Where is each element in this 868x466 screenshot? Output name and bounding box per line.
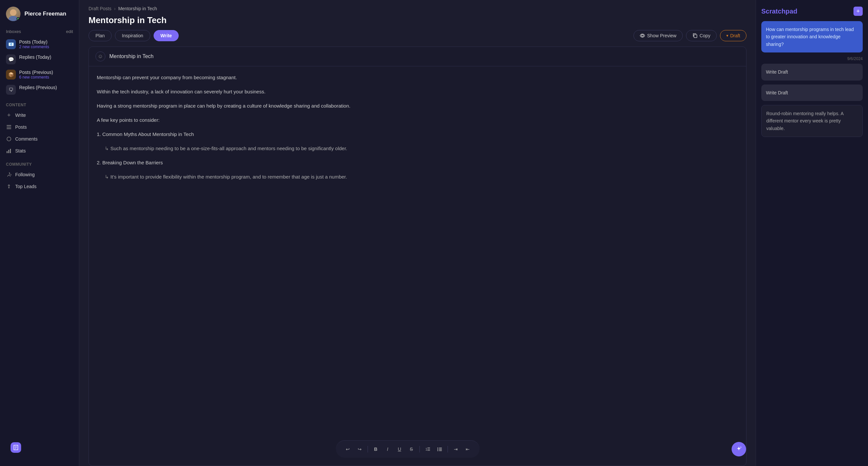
top-leads-icon: [6, 184, 12, 190]
ordered-list-button[interactable]: 1.: [423, 444, 433, 455]
draft-button[interactable]: ▾ Draft: [720, 30, 746, 41]
sidebar-item-following[interactable]: Following: [0, 169, 79, 180]
sidebar-item-replies-today[interactable]: 💬 Replies (Today): [0, 52, 79, 67]
svg-rect-1: [7, 127, 11, 127]
breadcrumb-parent[interactable]: Draft Posts: [89, 6, 111, 11]
sidebar-item-replies-previous[interactable]: 🗨 Replies (Previous): [0, 82, 79, 97]
svg-rect-15: [439, 448, 442, 448]
sidebar-nav-label: Stats: [15, 148, 26, 154]
undo-button[interactable]: ↩: [342, 444, 353, 455]
format-toolbar: ↩ ↪ B I U S 1. ⇥ ⇤: [336, 440, 479, 458]
sidebar-nav-label: Comments: [15, 136, 38, 141]
underline-button[interactable]: U: [394, 444, 405, 455]
scratchpad-note-2[interactable]: Write Draft: [761, 64, 863, 80]
right-panel: Scratchpad + How can mentorship programs…: [756, 0, 868, 466]
emoji-button[interactable]: ☺: [95, 52, 105, 61]
svg-rect-13: [427, 450, 430, 451]
content-section-label: Content: [0, 97, 79, 109]
inbox-badge: 2 new comments: [19, 44, 49, 49]
copy-icon: [692, 33, 698, 38]
breadcrumb-current: Mentorship in Tech: [118, 6, 157, 11]
community-section-label: Community: [0, 157, 79, 169]
sparkle-icon: [736, 446, 742, 453]
sidebar-item-comments[interactable]: Comments: [0, 133, 79, 145]
preview-icon: [640, 33, 645, 38]
inboxes-label: Inboxes: [6, 29, 21, 34]
username: Pierce Freeman: [25, 10, 66, 17]
format-toolbar-container: ↩ ↪ B I U S 1. ⇥ ⇤: [89, 437, 746, 466]
scratchpad-note-3[interactable]: Write Draft: [761, 85, 863, 101]
scratchpad-note-4[interactable]: Round-robin mentoring really helps. A di…: [761, 105, 863, 137]
toolbar-divider: [420, 446, 420, 453]
sidebar-item-stats[interactable]: Stats: [0, 145, 79, 157]
sidebar-item-top-leads[interactable]: Top Leads: [0, 180, 79, 192]
editor-body[interactable]: Mentorship can prevent your company from…: [89, 66, 746, 437]
svg-point-18: [437, 450, 438, 451]
show-preview-button[interactable]: Show Preview: [633, 30, 683, 41]
sidebar-nav-label: Top Leads: [15, 184, 37, 189]
ai-assist-button[interactable]: [732, 442, 746, 457]
inbox-name: Posts (Previous): [19, 70, 53, 75]
inboxes-header: Inboxes edit: [0, 28, 79, 37]
svg-rect-19: [439, 451, 442, 451]
italic-button[interactable]: I: [382, 444, 393, 455]
svg-rect-4: [7, 151, 8, 153]
editor-paragraph: Having a strong mentorship program in pl…: [97, 101, 738, 110]
replies-previous-icon: 🗨: [6, 85, 16, 95]
copy-button[interactable]: Copy: [686, 30, 717, 41]
tab-plan[interactable]: Plan: [89, 30, 112, 41]
sidebar-item-write[interactable]: + Write: [0, 109, 79, 121]
edit-button[interactable]: edit: [66, 29, 73, 34]
inbox-name: Posts (Today): [19, 39, 49, 44]
replies-today-icon: 💬: [6, 55, 16, 64]
sidebar-item-posts[interactable]: Posts: [0, 121, 79, 133]
scratchpad-header: Scratchpad +: [761, 7, 863, 16]
editor-paragraph: Mentorship can prevent your company from…: [97, 73, 738, 82]
editor-heading-1: 1. Common Myths About Mentorship in Tech: [97, 130, 738, 139]
editor-heading-2: 2. Breaking Down the Barriers: [97, 158, 738, 167]
svg-rect-11: [427, 447, 430, 448]
posts-previous-icon: 📦: [6, 70, 16, 79]
sidebar-nav-label: Following: [15, 172, 35, 177]
breadcrumb-chevron: ›: [114, 6, 116, 11]
posts-today-icon: 📧: [6, 39, 16, 49]
indent-button[interactable]: ⇥: [451, 444, 461, 455]
outdent-button[interactable]: ⇤: [462, 444, 473, 455]
comments-icon: [6, 136, 12, 142]
svg-point-8: [642, 35, 643, 37]
editor-container: ☺ Mentorship can prevent your company fr…: [89, 46, 746, 466]
editor-title-input[interactable]: [109, 54, 740, 59]
svg-rect-17: [439, 449, 442, 450]
unordered-list-button[interactable]: [434, 444, 445, 455]
svg-rect-9: [694, 35, 697, 38]
avatar: [6, 7, 21, 21]
user-profile: Pierce Freeman: [0, 7, 79, 28]
scratchpad-note-1[interactable]: How can mentorship programs in tech lead…: [761, 21, 863, 53]
strikethrough-button[interactable]: S: [406, 444, 417, 455]
scratchpad-date: 9/6/2024: [761, 57, 863, 61]
main-editor: Draft Posts › Mentorship in Tech Mentors…: [79, 0, 756, 466]
svg-point-7: [8, 185, 9, 186]
scratchpad-sidebar-button[interactable]: [10, 442, 21, 453]
draft-chevron-icon: ▾: [726, 33, 728, 38]
tab-write[interactable]: Write: [154, 30, 179, 41]
sidebar-item-posts-today[interactable]: 📧 Posts (Today) 2 new comments: [0, 37, 79, 52]
svg-rect-5: [8, 150, 9, 153]
sidebar-nav-label: Posts: [15, 125, 27, 130]
posts-icon: [6, 124, 12, 130]
svg-rect-2: [7, 128, 11, 129]
scratchpad-title: Scratchpad: [761, 8, 797, 15]
bold-button[interactable]: B: [371, 444, 381, 455]
redo-button[interactable]: ↪: [354, 444, 365, 455]
breadcrumb: Draft Posts › Mentorship in Tech: [79, 0, 756, 14]
tab-inspiration[interactable]: Inspiration: [115, 30, 150, 41]
following-icon: [6, 172, 12, 177]
inbox-name: Replies (Previous): [19, 85, 57, 90]
inbox-badge: 6 new comments: [19, 75, 53, 79]
editor-paragraph: A few key points to consider:: [97, 115, 738, 125]
svg-rect-12: [427, 449, 430, 450]
scratchpad-add-button[interactable]: +: [854, 7, 863, 16]
sidebar-item-posts-previous[interactable]: 📦 Posts (Previous) 6 new comments: [0, 67, 79, 82]
editor-sub-2: It's important to provide flexibility wi…: [97, 172, 738, 181]
write-icon: +: [6, 112, 12, 118]
